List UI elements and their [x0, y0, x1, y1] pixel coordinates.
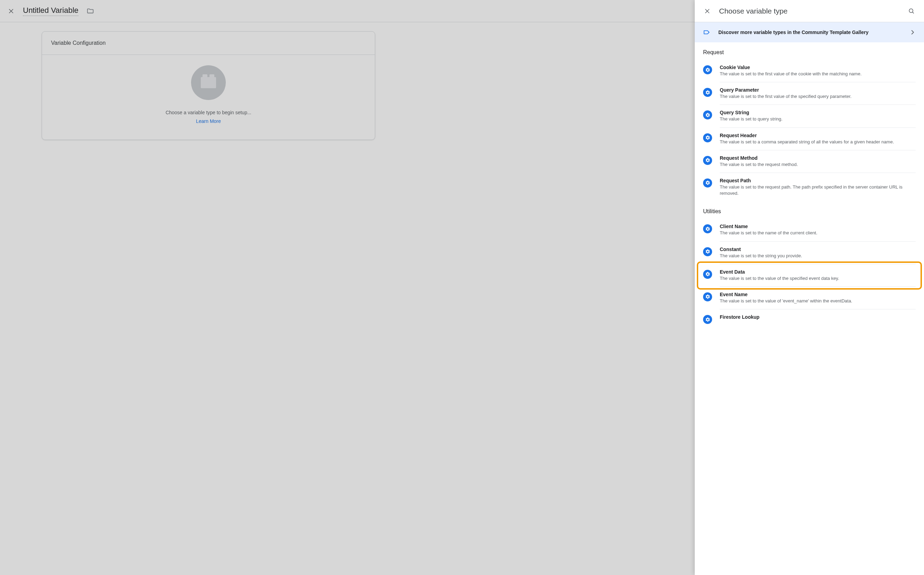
gear-icon: [703, 133, 712, 142]
svg-line-5: [913, 12, 914, 13]
type-description: The value is set to the value of 'event_…: [720, 298, 916, 304]
type-name: Cookie Value: [720, 65, 916, 70]
type-text: Firestore Lookup: [720, 314, 916, 326]
gear-icon: [703, 88, 712, 97]
type-description: The value is set to the first value of t…: [720, 71, 916, 77]
section-header: Request: [695, 42, 924, 59]
variable-type-item[interactable]: Query ParameterThe value is set to the f…: [703, 82, 916, 105]
type-name: Request Path: [720, 178, 916, 183]
type-text: Client NameThe value is set to the name …: [720, 224, 916, 241]
search-icon[interactable]: [907, 6, 916, 16]
type-list: Cookie ValueThe value is set to the firs…: [695, 59, 924, 202]
type-description: The value is set to query string.: [720, 116, 916, 122]
type-description: The value is set to the name of the curr…: [720, 230, 916, 236]
type-name: Request Header: [720, 133, 916, 138]
variable-type-panel: Choose variable type Discover more varia…: [695, 0, 924, 575]
type-name: Query Parameter: [720, 87, 916, 93]
type-text: Request MethodThe value is set to the re…: [720, 155, 916, 173]
variable-type-item[interactable]: Cookie ValueThe value is set to the firs…: [703, 59, 916, 82]
type-description: The value is set to the value of the spe…: [720, 275, 916, 281]
type-text: Query StringThe value is set to query st…: [720, 110, 916, 127]
type-name: Request Method: [720, 155, 916, 161]
type-description: The value is set to the request method.: [720, 162, 916, 168]
gear-icon: [703, 65, 712, 74]
variable-type-item[interactable]: Client NameThe value is set to the name …: [703, 218, 916, 241]
type-text: Cookie ValueThe value is set to the firs…: [720, 65, 916, 82]
type-text: Request PathThe value is set to the requ…: [720, 178, 916, 202]
type-text: Event NameThe value is set to the value …: [720, 292, 916, 310]
community-gallery-banner[interactable]: Discover more variable types in the Comm…: [695, 22, 924, 42]
section-header: Utilities: [695, 202, 924, 218]
variable-type-item[interactable]: Event NameThe value is set to the value …: [703, 287, 916, 310]
variable-type-item[interactable]: Request MethodThe value is set to the re…: [703, 150, 916, 173]
type-name: Event Name: [720, 292, 916, 297]
gear-icon: [703, 156, 712, 165]
variable-type-item[interactable]: ConstantThe value is set to the string y…: [703, 241, 916, 264]
variable-type-item[interactable]: Event DataThe value is set to the value …: [703, 264, 916, 287]
type-name: Client Name: [720, 224, 916, 229]
type-text: Request HeaderThe value is set to a comm…: [720, 133, 916, 150]
gear-icon: [703, 224, 712, 233]
variable-type-item[interactable]: Firestore Lookup: [703, 310, 916, 329]
type-name: Firestore Lookup: [720, 314, 916, 320]
variable-type-item[interactable]: Request HeaderThe value is set to a comm…: [703, 128, 916, 150]
type-text: Event DataThe value is set to the value …: [720, 269, 916, 287]
gear-icon: [703, 315, 712, 324]
variable-type-item[interactable]: Query StringThe value is set to query st…: [703, 105, 916, 127]
panel-scroll-area[interactable]: RequestCookie ValueThe value is set to t…: [695, 42, 924, 575]
type-description: The value is set to the string you provi…: [720, 253, 916, 259]
panel-title: Choose variable type: [719, 7, 900, 15]
type-list: Client NameThe value is set to the name …: [695, 218, 924, 329]
type-description: The value is set to the request path. Th…: [720, 184, 916, 197]
gear-icon: [703, 292, 712, 302]
panel-header: Choose variable type: [695, 0, 924, 22]
gear-icon: [703, 247, 712, 256]
tag-icon: [703, 29, 711, 36]
close-icon[interactable]: [702, 6, 712, 16]
type-name: Constant: [720, 246, 916, 252]
svg-point-4: [909, 9, 913, 13]
type-name: Event Data: [720, 269, 916, 275]
gear-icon: [703, 270, 712, 279]
type-name: Query String: [720, 110, 916, 115]
gear-icon: [703, 178, 712, 187]
gear-icon: [703, 110, 712, 119]
type-description: The value is set to a comma separated st…: [720, 139, 916, 145]
community-gallery-text: Discover more variable types in the Comm…: [718, 30, 902, 35]
type-text: ConstantThe value is set to the string y…: [720, 246, 916, 264]
type-text: Query ParameterThe value is set to the f…: [720, 87, 916, 105]
chevron-right-icon: [910, 29, 916, 35]
type-description: The value is set to the first value of t…: [720, 94, 916, 100]
variable-type-item[interactable]: Request PathThe value is set to the requ…: [703, 173, 916, 202]
